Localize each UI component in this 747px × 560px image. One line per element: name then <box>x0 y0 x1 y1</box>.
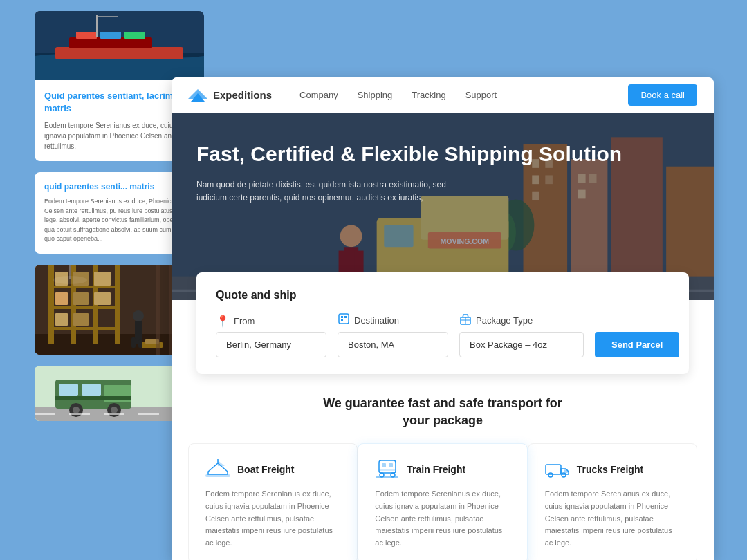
svg-point-104 <box>391 473 395 477</box>
main-site: Expeditions Company Shipping Tracking Su… <box>172 77 714 560</box>
hero-title: Fast, Certified & Flexible Shipping Solu… <box>196 141 689 167</box>
hero-description: Nam quod de pietate dixistis, est quidem… <box>196 178 473 205</box>
svg-rect-20 <box>94 272 111 286</box>
svg-rect-11 <box>48 265 54 344</box>
nav-support[interactable]: Support <box>465 90 497 100</box>
destination-field-group: Destination <box>338 312 448 357</box>
boat-service-desc: Eodem tempore Serenianus ex duce, cuius … <box>205 488 340 549</box>
svg-rect-23 <box>94 292 111 305</box>
train-service-header: Train Freight <box>375 458 510 481</box>
package-label: Package Type <box>459 313 584 328</box>
truck-icon <box>545 458 570 481</box>
svg-rect-102 <box>379 469 396 471</box>
trucks-service-header: Trucks Freight <box>545 458 680 481</box>
blog-card-image <box>35 11 204 80</box>
logo-text: Expeditions <box>213 89 272 101</box>
package-input[interactable] <box>459 332 584 357</box>
svg-point-45 <box>73 407 80 413</box>
svg-rect-42 <box>59 384 78 396</box>
services-section: Boat Freight Eodem tempore Serenianus ex… <box>172 443 714 560</box>
svg-rect-3 <box>69 37 152 48</box>
destination-label-text: Destination <box>354 315 399 326</box>
svg-rect-6 <box>124 32 145 39</box>
svg-rect-24 <box>55 313 68 326</box>
destination-input[interactable] <box>338 332 448 357</box>
destination-label: Destination <box>338 312 448 328</box>
boat-service-header: Boat Freight <box>205 458 340 481</box>
service-card-trucks: Trucks Freight Eodem tempore Serenianus … <box>528 443 697 560</box>
svg-point-103 <box>380 473 384 477</box>
train-service-desc: Eodem tempore Serenianus ex duce, cuius … <box>375 488 510 549</box>
svg-rect-48 <box>55 396 131 400</box>
svg-rect-2 <box>55 47 183 59</box>
hero-content: Fast, Certified & Flexible Shipping Solu… <box>172 113 714 205</box>
from-input[interactable] <box>216 332 326 357</box>
svg-rect-50 <box>69 413 90 415</box>
quote-fields: 📍 From Destination <box>216 312 670 357</box>
boat-icon <box>205 458 230 481</box>
nav-links: Company Shipping Tracking Support <box>299 90 628 100</box>
service-card-boat: Boat Freight Eodem tempore Serenianus ex… <box>188 443 358 560</box>
svg-rect-99 <box>379 460 396 473</box>
from-field-group: 📍 From <box>216 315 326 357</box>
svg-rect-16 <box>48 306 120 309</box>
svg-point-110 <box>562 473 566 477</box>
from-label-text: From <box>234 316 255 326</box>
svg-rect-22 <box>73 292 89 305</box>
svg-rect-17 <box>48 327 120 330</box>
nav-tracking[interactable]: Tracking <box>412 90 445 100</box>
svg-rect-32 <box>156 265 160 355</box>
train-service-name: Train Freight <box>407 464 465 475</box>
guarantee-text: We guarantee fast and safe transport for… <box>196 395 689 429</box>
svg-rect-15 <box>48 286 120 288</box>
destination-icon <box>338 312 350 328</box>
package-label-text: Package Type <box>476 315 533 326</box>
navbar: Expeditions Company Shipping Tracking Su… <box>172 77 714 113</box>
boat-service-name: Boat Freight <box>237 464 294 475</box>
svg-rect-101 <box>389 463 393 467</box>
train-icon <box>375 458 400 481</box>
svg-rect-43 <box>82 384 101 396</box>
trucks-service-desc: Eodem tempore Serenianus ex duce, cuius … <box>545 488 680 549</box>
svg-rect-91 <box>341 316 343 318</box>
svg-point-47 <box>111 407 118 413</box>
nav-shipping[interactable]: Shipping <box>358 90 393 100</box>
from-label: 📍 From <box>216 315 326 328</box>
svg-point-37 <box>53 276 87 284</box>
service-card-train: Train Freight Eodem tempore Serenianus e… <box>358 443 527 560</box>
nav-company[interactable]: Company <box>299 90 338 100</box>
svg-rect-93 <box>341 319 343 321</box>
svg-rect-4 <box>76 32 97 39</box>
svg-rect-51 <box>104 413 124 415</box>
svg-rect-21 <box>55 292 68 305</box>
logo: Expeditions <box>188 88 272 103</box>
package-icon <box>459 313 472 328</box>
svg-rect-14 <box>115 265 120 344</box>
svg-rect-25 <box>73 313 89 326</box>
send-parcel-button[interactable]: Send Parcel <box>595 332 679 357</box>
location-pin-icon: 📍 <box>216 315 230 328</box>
book-call-button[interactable]: Book a call <box>628 84 697 106</box>
quote-card: Quote and ship 📍 From Destination <box>196 272 689 374</box>
svg-rect-98 <box>205 474 230 477</box>
logo-icon <box>188 88 208 103</box>
svg-rect-49 <box>35 413 55 415</box>
trucks-service-name: Trucks Freight <box>577 464 643 475</box>
svg-rect-5 <box>100 32 121 39</box>
svg-rect-100 <box>382 463 386 467</box>
svg-rect-28 <box>131 337 136 348</box>
svg-rect-52 <box>138 413 159 415</box>
svg-point-27 <box>133 310 144 321</box>
svg-rect-108 <box>564 469 568 473</box>
svg-rect-92 <box>344 316 347 318</box>
svg-point-109 <box>548 473 553 477</box>
guarantee-section: We guarantee fast and safe transport for… <box>172 374 714 443</box>
svg-rect-107 <box>546 465 561 474</box>
quote-title: Quote and ship <box>216 289 670 301</box>
package-field-group: Package Type <box>459 313 584 357</box>
svg-rect-90 <box>339 314 349 324</box>
